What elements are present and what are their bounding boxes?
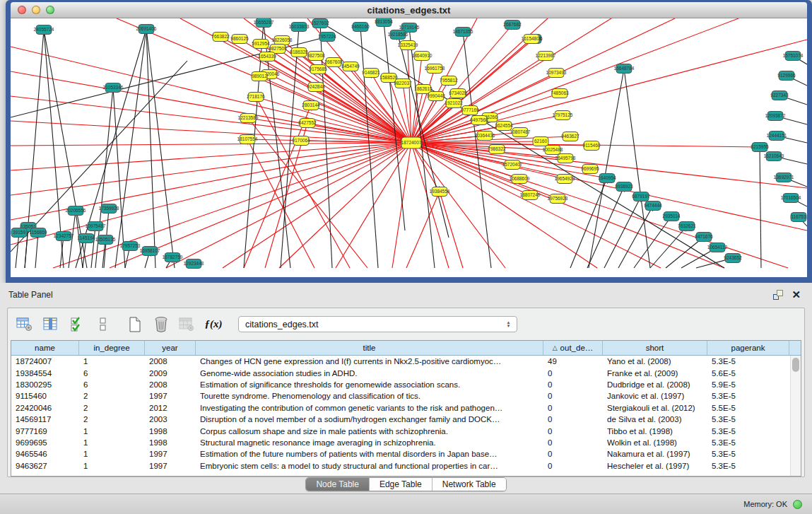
table-row[interactable]: 2242004622012Investigating the contribut… bbox=[11, 402, 801, 414]
graph-node[interactable]: 8215955 bbox=[751, 143, 769, 152]
scrollbar-thumb[interactable] bbox=[792, 358, 799, 372]
graph-node[interactable]: 16958107 bbox=[140, 247, 160, 256]
graph-node[interactable]: 2687682 bbox=[503, 21, 522, 30]
graph-node[interactable]: 9170064 bbox=[292, 136, 310, 146]
graph-node[interactable]: 989012 bbox=[252, 72, 267, 81]
table-row[interactable]: 1830029562008Estimation of significance … bbox=[11, 379, 801, 390]
table-row[interactable]: 1456911722003Disruption of a novel membe… bbox=[11, 414, 801, 425]
graph-node[interactable]: 9860125 bbox=[230, 35, 249, 44]
graph-node[interactable]: 9175685 bbox=[309, 65, 327, 74]
graph-node[interactable]: 62160 bbox=[533, 137, 548, 146]
graph-node[interactable]: 18640910 bbox=[412, 52, 433, 61]
graph-node[interactable]: 20691406 bbox=[136, 25, 157, 34]
graph-node[interactable]: 1156869 bbox=[30, 228, 47, 238]
graph-node[interactable]: 9115460 bbox=[583, 141, 601, 151]
graph-node[interactable]: 9242848 bbox=[307, 83, 325, 92]
graph-node[interactable]: 7957224 bbox=[318, 33, 336, 42]
graph-node[interactable]: 8466160 bbox=[351, 23, 370, 32]
graph-node[interactable]: 7955812 bbox=[440, 76, 458, 86]
graph-node[interactable]: 9699695 bbox=[581, 165, 599, 174]
graph-node[interactable]: 9822037 bbox=[394, 79, 412, 88]
graph-node[interactable]: 19218586 bbox=[388, 30, 408, 40]
graph-node[interactable]: 1921022 bbox=[445, 99, 463, 108]
graph-node[interactable]: 1527602 bbox=[311, 19, 329, 28]
column-header-in_degree[interactable]: in_degree bbox=[79, 341, 145, 355]
graph-node[interactable]: 9474444 bbox=[644, 201, 662, 211]
graph-node[interactable]: 12213589 bbox=[238, 114, 259, 123]
table-row[interactable]: 946554611997Estimation of the future num… bbox=[11, 448, 801, 460]
tab-node-table[interactable]: Node Table bbox=[306, 478, 370, 491]
graph-node[interactable]: 2803144 bbox=[302, 101, 320, 110]
graph-node[interactable]: 8813054 bbox=[375, 18, 393, 27]
graph-node[interactable]: 6879197 bbox=[632, 192, 650, 201]
graph-node[interactable]: 26495798 bbox=[555, 154, 576, 163]
graph-node[interactable]: 13692971 bbox=[774, 173, 794, 182]
graph-node[interactable]: 2667608 bbox=[324, 58, 343, 67]
graph-node[interactable]: 17359928 bbox=[99, 204, 119, 214]
graph-node[interactable]: 10025488 bbox=[543, 146, 563, 155]
graph-node[interactable]: 10688609 bbox=[510, 175, 530, 184]
network-canvas[interactable]: 1872400724055724206914061065528716033803… bbox=[11, 18, 807, 277]
column-header-out_de[interactable]: △out_de… bbox=[543, 341, 603, 355]
graph-node[interactable]: 39159 bbox=[11, 228, 27, 238]
table-settings-button[interactable] bbox=[15, 315, 35, 334]
graph-node[interactable]: 2718176 bbox=[247, 93, 265, 102]
graph-node[interactable]: 18807249 bbox=[520, 191, 541, 200]
graph-node[interactable]: 19654923 bbox=[555, 175, 575, 184]
graph-node[interactable]: 16648784 bbox=[614, 64, 635, 74]
vertical-scrollbar[interactable] bbox=[790, 356, 801, 476]
graph-node[interactable]: 10973493 bbox=[546, 69, 567, 78]
graph-node[interactable]: 21053346 bbox=[103, 83, 124, 93]
new-table-button[interactable] bbox=[125, 315, 145, 334]
graph-node[interactable]: 16961758 bbox=[425, 64, 445, 74]
float-panel-icon[interactable] bbox=[773, 290, 783, 300]
graph-node[interactable]: 116753 bbox=[791, 213, 806, 222]
graph-node[interactable]: 16782759 bbox=[163, 253, 183, 262]
graph-node[interactable]: 18107554 bbox=[237, 135, 258, 144]
table-row[interactable]: 969969511998Structural magnetic resonanc… bbox=[11, 437, 801, 448]
function-builder-button[interactable]: ƒ(x) bbox=[204, 315, 223, 334]
graph-node[interactable]: 8471676 bbox=[695, 233, 713, 242]
tab-edge-table[interactable]: Edge Table bbox=[370, 478, 433, 491]
graph-node[interactable]: 10655287 bbox=[254, 18, 274, 28]
table-row[interactable]: 1872400712008Changes of HCN gene express… bbox=[11, 356, 801, 367]
graph-node[interactable]: 1145194 bbox=[78, 234, 95, 243]
graph-node[interactable]: 15720407 bbox=[502, 160, 523, 170]
graph-node[interactable]: 17016504 bbox=[781, 194, 801, 203]
graph-node[interactable]: 7663822 bbox=[211, 33, 230, 42]
column-header-title[interactable]: title bbox=[196, 341, 543, 355]
graph-node[interactable]: 9990448 bbox=[427, 92, 445, 101]
graph-node[interactable]: 19384554 bbox=[430, 187, 450, 197]
graph-node[interactable]: 8938923 bbox=[615, 182, 633, 192]
graph-node[interactable]: 10654112 bbox=[707, 243, 728, 252]
graph-node[interactable]: 8427552 bbox=[298, 119, 317, 128]
column-header-year[interactable]: year bbox=[145, 341, 196, 355]
graph-node[interactable]: 9243652 bbox=[724, 254, 742, 263]
tab-network-table[interactable]: Network Table bbox=[433, 478, 506, 491]
graph-node[interactable]: 12444151 bbox=[767, 132, 787, 141]
graph-node[interactable]: 1654339 bbox=[258, 52, 276, 62]
graph-node[interactable]: 10807487 bbox=[510, 128, 531, 137]
table-row[interactable]: 1938455462009Genome-wide association stu… bbox=[11, 367, 801, 378]
graph-node[interactable]: 16210643 bbox=[764, 152, 784, 161]
graph-node[interactable]: 7632621 bbox=[678, 222, 696, 231]
column-header-name[interactable]: name bbox=[11, 341, 79, 355]
graph-node[interactable]: 12923448 bbox=[184, 259, 204, 269]
graph-node[interactable]: 20206556 bbox=[66, 206, 86, 216]
delete-table-button[interactable] bbox=[151, 315, 171, 334]
graph-node[interactable]: 7485063 bbox=[551, 89, 569, 98]
graph-node[interactable]: 10975487 bbox=[86, 222, 106, 231]
graph-node[interactable]: 24055724 bbox=[34, 25, 54, 35]
graph-node[interactable]: 9463627 bbox=[561, 132, 579, 141]
graph-node[interactable]: 13325419 bbox=[398, 41, 418, 50]
graph-node[interactable]: 5912954 bbox=[252, 40, 270, 49]
graph-node[interactable]: 17975125 bbox=[553, 111, 573, 120]
window-titlebar[interactable]: citations_edges.txt bbox=[11, 2, 807, 18]
graph-node[interactable]: 8186328 bbox=[290, 48, 308, 57]
graph-node[interactable]: 14671355 bbox=[453, 28, 473, 37]
deselect-all-button[interactable] bbox=[93, 315, 113, 334]
select-all-button[interactable] bbox=[67, 315, 87, 334]
graph-node[interactable]: 9227343 bbox=[770, 91, 789, 100]
graph-node[interactable]: 13505135 bbox=[95, 235, 116, 245]
graph-node[interactable]: 9146821 bbox=[362, 69, 380, 78]
